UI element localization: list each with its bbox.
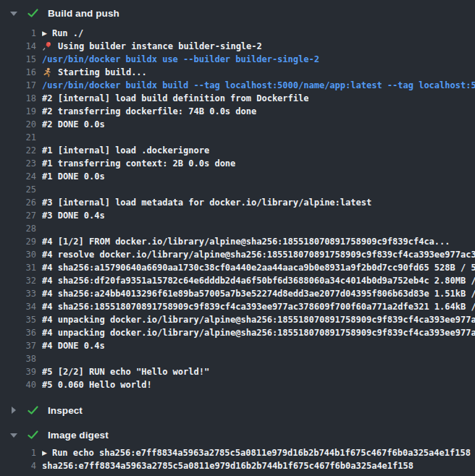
check-icon <box>28 9 38 18</box>
log-group-line[interactable]: 1▶Run echo sha256:e7ff8834a5963a2785c5a0… <box>0 446 475 459</box>
log-line: 31#4 sha256:a15790640a6690aa1730c38cf0a4… <box>0 261 475 274</box>
line-number[interactable]: 30 <box>10 248 36 261</box>
line-number[interactable]: 27 <box>10 209 36 222</box>
line-text: Starting build... <box>58 66 147 79</box>
line-text: #4 sha256:a15790640a6690aa1730c38cf0a440… <box>42 261 475 274</box>
section-title: Image digest <box>48 430 109 441</box>
line-content: #4 unpacking docker.io/library/alpine@sh… <box>42 313 475 326</box>
line-content: #4 [1/2] FROM docker.io/library/alpine@s… <box>42 235 450 248</box>
line-number[interactable]: 20 <box>10 118 36 131</box>
line-text: Using builder instance builder-single-2 <box>58 40 262 53</box>
section-image-digest: Image digest1▶Run echo sha256:e7ff8834a5… <box>0 426 475 472</box>
line-number[interactable]: 36 <box>10 326 36 339</box>
line-content: #3 [internal] load metadata for docker.i… <box>42 196 371 209</box>
line-number[interactable]: 31 <box>10 261 36 274</box>
line-text: #5 0.060 Hello world! <box>42 378 152 391</box>
section-header-inspect[interactable]: Inspect <box>0 401 475 419</box>
line-number[interactable]: 21 <box>10 131 36 144</box>
pushpin-icon <box>42 41 52 51</box>
line-number[interactable]: 18 <box>10 92 36 105</box>
line-content: #3 DONE 0.4s <box>42 209 105 222</box>
log-line: 16Starting build... <box>0 66 475 79</box>
line-number[interactable]: 34 <box>10 300 36 313</box>
line-content: ▶Run echo sha256:e7ff8834a5963a2785c5a08… <box>42 446 471 459</box>
log-group-line[interactable]: 1▶Run ./ <box>0 27 475 40</box>
line-number[interactable]: 25 <box>10 183 36 196</box>
pushpin-icon <box>42 41 52 51</box>
line-content: /usr/bin/docker buildx build --tag local… <box>42 79 475 92</box>
line-number[interactable]: 26 <box>10 196 36 209</box>
line-number[interactable]: 37 <box>10 339 36 352</box>
log-line: 38 <box>0 352 475 365</box>
section-build-and-push: Build and push1▶Run ./14Using builder in… <box>0 4 475 394</box>
line-number[interactable]: 40 <box>10 378 36 391</box>
log-line: 30#4 resolve docker.io/library/alpine@sh… <box>0 248 475 261</box>
section-title: Inspect <box>48 405 83 416</box>
line-number[interactable]: 39 <box>10 365 36 378</box>
line-number[interactable]: 4 <box>10 459 36 472</box>
line-number[interactable]: 33 <box>10 287 36 300</box>
log-line: 22#1 [internal] load .dockerignore <box>0 144 475 157</box>
log-line: 15/usr/bin/docker buildx use --builder b… <box>0 53 475 66</box>
line-content: sha256:e7ff8834a5963a2785c5a0811e979d16b… <box>42 459 413 472</box>
line-text: /usr/bin/docker buildx build --tag local… <box>42 79 475 92</box>
log-line: 17/usr/bin/docker buildx build --tag loc… <box>0 79 475 92</box>
line-text: #4 DONE 0.4s <box>42 339 105 352</box>
expand-play-icon[interactable]: ▶ <box>42 27 47 40</box>
line-number[interactable]: 38 <box>10 352 36 365</box>
line-content: #2 transferring dockerfile: 74B 0.0s don… <box>42 105 256 118</box>
line-text: #4 sha256:df20fa9351a15782c64e6dddb2d4a6… <box>42 274 475 287</box>
line-content: #4 sha256:a24bb4013296f61e89ba57005a7b3e… <box>42 287 475 300</box>
line-number[interactable]: 24 <box>10 170 36 183</box>
line-text: #4 [1/2] FROM docker.io/library/alpine@s… <box>42 235 450 248</box>
section-log-body: 1▶Run echo sha256:e7ff8834a5963a2785c5a0… <box>0 443 475 472</box>
line-number[interactable]: 15 <box>10 53 36 66</box>
line-text: #4 unpacking docker.io/library/alpine@sh… <box>42 326 475 339</box>
line-number[interactable]: 28 <box>10 222 36 235</box>
line-number[interactable]: 23 <box>10 157 36 170</box>
line-number[interactable]: 14 <box>10 40 36 53</box>
line-text: #5 [2/2] RUN echo "Hello world!" <box>42 365 209 378</box>
log-line: 32#4 sha256:df20fa9351a15782c64e6dddb2d4… <box>0 274 475 287</box>
log-line: 23#1 transferring context: 2B 0.0s done <box>0 157 475 170</box>
line-content: /usr/bin/docker buildx use --builder bui… <box>42 53 319 66</box>
line-content: Starting build... <box>42 66 147 79</box>
line-text: #4 sha256:a24bb4013296f61e89ba57005a7b3e… <box>42 287 475 300</box>
line-content: Using builder instance builder-single-2 <box>42 40 262 53</box>
section-header-build-and-push[interactable]: Build and push <box>0 4 475 22</box>
line-text: /usr/bin/docker buildx use --builder bui… <box>42 53 319 66</box>
line-text: #2 DONE 0.0s <box>42 118 105 131</box>
line-text: #1 transferring context: 2B 0.0s done <box>42 157 235 170</box>
check-icon <box>28 406 38 415</box>
section-title: Build and push <box>48 8 119 19</box>
caret-down-icon[interactable] <box>10 9 17 17</box>
log-line: 27#3 DONE 0.4s <box>0 209 475 222</box>
status-success-icon <box>28 430 38 440</box>
log-line: 35#4 unpacking docker.io/library/alpine@… <box>0 313 475 326</box>
log-line: 25 <box>0 183 475 196</box>
line-text: #1 DONE 0.0s <box>42 170 105 183</box>
line-number[interactable]: 35 <box>10 313 36 326</box>
line-number[interactable]: 22 <box>10 144 36 157</box>
expand-play-icon[interactable]: ▶ <box>42 446 47 459</box>
log-line: 21 <box>0 131 475 144</box>
line-number[interactable]: 32 <box>10 274 36 287</box>
log-line: 24#1 DONE 0.0s <box>0 170 475 183</box>
section-header-image-digest[interactable]: Image digest <box>0 426 475 443</box>
line-content: #1 transferring context: 2B 0.0s done <box>42 157 235 170</box>
line-content: #5 [2/2] RUN echo "Hello world!" <box>42 365 209 378</box>
caret-right-icon[interactable] <box>10 407 17 414</box>
line-number[interactable]: 29 <box>10 235 36 248</box>
log-line: 20#2 DONE 0.0s <box>0 118 475 131</box>
line-number[interactable]: 1 <box>10 27 36 40</box>
log-line: 18#2 [internal] load build definition fr… <box>0 92 475 105</box>
log-line: 37#4 DONE 0.4s <box>0 339 475 352</box>
line-number[interactable]: 1 <box>10 446 36 459</box>
line-number[interactable]: 19 <box>10 105 36 118</box>
section-log-body: 1▶Run ./14Using builder instance builder… <box>0 22 475 394</box>
caret-down-icon[interactable] <box>10 431 17 438</box>
log-line: 34#4 sha256:185518070891758909c9f839cf4c… <box>0 300 475 313</box>
log-line: 39#5 [2/2] RUN echo "Hello world!" <box>0 365 475 378</box>
line-number[interactable]: 16 <box>10 66 36 79</box>
line-number[interactable]: 17 <box>10 79 36 92</box>
